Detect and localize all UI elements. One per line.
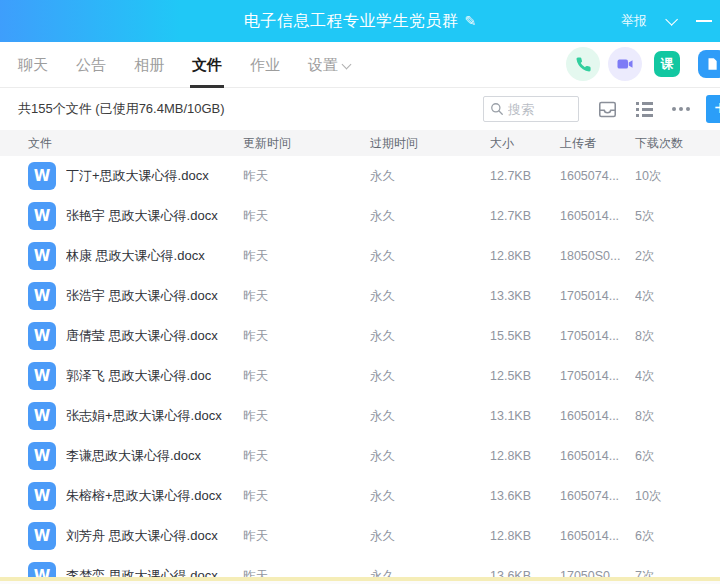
docs-icon[interactable] [698, 50, 720, 78]
col-downloads[interactable]: 下载次数 [635, 135, 720, 152]
file-size: 12.7KB [490, 169, 560, 183]
file-name: 丁汀+思政大课心得.docx [66, 167, 209, 185]
file-expire: 永久 [370, 448, 490, 465]
more-options-button[interactable] [672, 107, 690, 111]
file-downloads: 4次 [635, 368, 720, 385]
file-updated: 昨天 [243, 488, 370, 505]
file-uploader: 1605014... [560, 409, 635, 423]
file-uploader: 1605074... [560, 489, 635, 503]
word-doc-icon: W [28, 242, 56, 270]
file-uploader: 1605074... [560, 169, 635, 183]
titlebar: 电子信息工程专业学生党员群 ✎ 举报 [0, 0, 720, 42]
file-updated: 昨天 [243, 368, 370, 385]
file-name: 朱榕榕+思政大课心得.docx [66, 487, 222, 505]
file-name: 唐倩莹 思政大课心得.docx [66, 327, 218, 345]
tab-files[interactable]: 文件 [192, 42, 222, 88]
file-size: 12.8KB [490, 449, 560, 463]
col-uploader[interactable]: 上传者 [560, 135, 635, 152]
col-file[interactable]: 文件 [28, 135, 243, 152]
table-header: 文件 更新时间 过期时间 大小 上传者 下载次数 [0, 130, 720, 156]
file-uploader: 1705014... [560, 369, 635, 383]
word-doc-icon: W [28, 362, 56, 390]
col-size[interactable]: 大小 [490, 135, 560, 152]
table-row[interactable]: W 刘芳舟 思政大课心得.docx 昨天 永久 12.8KB 1605014..… [0, 516, 720, 556]
course-button[interactable]: 课 [654, 51, 680, 77]
list-view-icon [636, 102, 653, 105]
file-downloads: 6次 [635, 528, 720, 545]
table-row[interactable]: W 张艳宇 思政大课心得.docx 昨天 永久 12.7KB 1605014..… [0, 196, 720, 236]
file-updated: 昨天 [243, 448, 370, 465]
table-row[interactable]: W 郭泽飞 思政大课心得.doc 昨天 永久 12.5KB 1705014...… [0, 356, 720, 396]
file-updated: 昨天 [243, 168, 370, 185]
tab-album[interactable]: 相册 [134, 42, 164, 88]
file-downloads: 10次 [635, 488, 720, 505]
file-name: 郭泽飞 思政大课心得.doc [66, 367, 211, 385]
file-size: 15.5KB [490, 329, 560, 343]
tab-announcement[interactable]: 公告 [76, 42, 106, 88]
file-list: W 丁汀+思政大课心得.docx 昨天 永久 12.7KB 1605074...… [0, 156, 720, 584]
file-uploader: 1605014... [560, 449, 635, 463]
chevron-down-icon [342, 59, 352, 69]
file-uploader: 1705014... [560, 289, 635, 303]
file-expire: 永久 [370, 248, 490, 265]
report-button[interactable]: 举报 [621, 12, 647, 30]
table-row[interactable]: W 林康 思政大课心得.docx 昨天 永久 12.8KB 18050S0...… [0, 236, 720, 276]
minimize-button[interactable] [696, 20, 712, 22]
table-row[interactable]: W 丁汀+思政大课心得.docx 昨天 永久 12.7KB 1605074...… [0, 156, 720, 196]
file-name: 刘芳舟 思政大课心得.docx [66, 527, 218, 545]
table-row[interactable]: W 朱榕榕+思政大课心得.docx 昨天 永久 13.6KB 1605074..… [0, 476, 720, 516]
table-row[interactable]: W 唐倩莹 思政大课心得.docx 昨天 永久 15.5KB 1705014..… [0, 316, 720, 356]
word-doc-icon: W [28, 322, 56, 350]
file-expire: 永久 [370, 488, 490, 505]
voice-call-button[interactable] [566, 47, 600, 81]
table-row[interactable]: W 张浩宇 思政大课心得.docx 昨天 永久 13.3KB 1705014..… [0, 276, 720, 316]
chevron-down-icon[interactable] [665, 13, 678, 26]
file-updated: 昨天 [243, 528, 370, 545]
list-view-button[interactable] [636, 102, 653, 117]
word-doc-icon: W [28, 482, 56, 510]
file-uploader: 1605014... [560, 209, 635, 223]
file-name: 李谦思政大课心得.docx [66, 447, 201, 465]
qq-group-file-window: 电子信息工程专业学生党员群 ✎ 举报 聊天 公告 相册 文件 作业 设置 [0, 0, 720, 584]
file-toolbar: 共155个文件 (已使用76.4MB/10GB) [0, 88, 720, 130]
download-tray-button[interactable] [598, 101, 617, 118]
file-uploader: 1605014... [560, 529, 635, 543]
file-downloads: 8次 [635, 408, 720, 425]
search-input[interactable] [508, 102, 570, 117]
file-size: 12.8KB [490, 529, 560, 543]
file-uploader: 18050S0... [560, 249, 635, 263]
file-size: 13.6KB [490, 489, 560, 503]
upload-file-button[interactable]: + [706, 95, 720, 123]
file-expire: 永久 [370, 528, 490, 545]
file-expire: 永久 [370, 408, 490, 425]
file-count-summary: 共155个文件 (已使用76.4MB/10GB) [18, 100, 225, 118]
group-title: 电子信息工程专业学生党员群 [244, 11, 459, 32]
word-doc-icon: W [28, 162, 56, 190]
call-icons-group: 课 [566, 47, 720, 81]
file-size: 13.1KB [490, 409, 560, 423]
phone-icon [575, 56, 592, 73]
search-box[interactable] [483, 96, 579, 122]
word-doc-icon: W [28, 442, 56, 470]
tab-homework[interactable]: 作业 [250, 42, 280, 88]
file-size: 12.7KB [490, 209, 560, 223]
file-updated: 昨天 [243, 328, 370, 345]
file-name: 张浩宇 思政大课心得.docx [66, 287, 218, 305]
word-doc-icon: W [28, 402, 56, 430]
file-size: 13.3KB [490, 289, 560, 303]
word-doc-icon: W [28, 282, 56, 310]
file-downloads: 6次 [635, 448, 720, 465]
table-row[interactable]: W 李谦思政大课心得.docx 昨天 永久 12.8KB 1605014... … [0, 436, 720, 476]
tab-chat[interactable]: 聊天 [18, 42, 48, 88]
tab-settings[interactable]: 设置 [308, 42, 350, 88]
file-downloads: 10次 [635, 168, 720, 185]
col-updated[interactable]: 更新时间 [243, 135, 370, 152]
table-row[interactable]: W 张志娟+思政大课心得.docx 昨天 永久 13.1KB 1605014..… [0, 396, 720, 436]
edit-title-icon[interactable]: ✎ [464, 13, 476, 29]
video-call-button[interactable] [608, 47, 642, 81]
file-downloads: 2次 [635, 248, 720, 265]
search-icon [490, 102, 504, 116]
col-expire[interactable]: 过期时间 [370, 135, 490, 152]
file-downloads: 8次 [635, 328, 720, 345]
file-name: 张艳宇 思政大课心得.docx [66, 207, 218, 225]
